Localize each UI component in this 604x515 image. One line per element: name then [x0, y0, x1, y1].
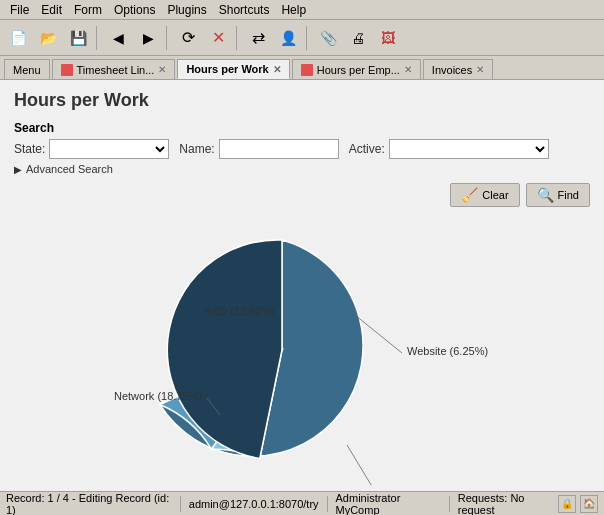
user-button[interactable]: 👤	[274, 24, 302, 52]
menu-shortcuts[interactable]: Shortcuts	[213, 1, 276, 19]
status-icons: 🔒 🏠	[558, 495, 598, 513]
tabs-bar: Menu Timesheet Lin... ✕ Hours per Work ✕…	[0, 56, 604, 80]
menu-edit[interactable]: Edit	[35, 1, 68, 19]
pie-chart: Website (6.25%) Network (18.75%) R&D (12…	[52, 215, 552, 485]
image-button[interactable]: 🖼	[374, 24, 402, 52]
status-icon-home[interactable]: 🏠	[580, 495, 598, 513]
advanced-search-label: Advanced Search	[26, 163, 113, 175]
label-network: Network (18.75%)	[114, 390, 202, 402]
save-button[interactable]: 💾	[64, 24, 92, 52]
status-record: Record: 1 / 4 - Editing Record (id: 1)	[6, 492, 172, 516]
tab-timesheet[interactable]: Timesheet Lin... ✕	[52, 59, 176, 79]
forward-button[interactable]: ▶	[134, 24, 162, 52]
toolbar: 📄 📂 💾 ◀ ▶ ⟳ ✕ ⇄ 👤 📎 🖨 🖼	[0, 20, 604, 56]
open-button[interactable]: 📂	[34, 24, 62, 52]
clear-icon: 🧹	[461, 187, 478, 203]
tab-timesheet-icon	[61, 64, 73, 76]
menubar: File Edit Form Options Plugins Shortcuts…	[0, 0, 604, 20]
toolbar-sep-1	[96, 26, 100, 50]
name-field-group: Name:	[179, 139, 338, 159]
cross-button[interactable]: ✕	[204, 24, 232, 52]
main-content: Hours per Work Search State: Name: Activ…	[0, 80, 604, 491]
status-divider-2	[327, 496, 328, 512]
status-icon-lock[interactable]: 🔒	[558, 495, 576, 513]
connect-button[interactable]: ⇄	[244, 24, 272, 52]
label-rd: R&D (12.50%)	[204, 305, 275, 317]
menu-help[interactable]: Help	[275, 1, 312, 19]
page-title: Hours per Work	[14, 90, 590, 111]
status-url: admin@127.0.0.1:8070/try	[189, 498, 319, 510]
label-website: Website (6.25%)	[407, 345, 488, 357]
button-row: 🧹 Clear 🔍 Find	[14, 183, 590, 207]
menu-form[interactable]: Form	[68, 1, 108, 19]
advanced-search[interactable]: ▶ Advanced Search	[14, 163, 590, 175]
clear-label: Clear	[482, 189, 508, 201]
state-select[interactable]	[49, 139, 169, 159]
name-input[interactable]	[219, 139, 339, 159]
toolbar-sep-2	[166, 26, 170, 50]
active-field-group: Active:	[349, 139, 549, 159]
menu-file[interactable]: File	[4, 1, 35, 19]
label-line-customer	[347, 445, 379, 485]
tab-hours-work-label: Hours per Work	[186, 63, 268, 75]
state-field-group: State:	[14, 139, 169, 159]
status-requests: Requests: No request	[458, 492, 558, 516]
tab-menu[interactable]: Menu	[4, 59, 50, 79]
search-label: Search	[14, 121, 590, 135]
find-icon: 🔍	[537, 187, 554, 203]
search-row: State: Name: Active:	[14, 139, 590, 159]
statusbar: Record: 1 / 4 - Editing Record (id: 1) a…	[0, 491, 604, 515]
back-button[interactable]: ◀	[104, 24, 132, 52]
status-divider-3	[449, 496, 450, 512]
tab-hours-work[interactable]: Hours per Work ✕	[177, 59, 289, 79]
tab-menu-label: Menu	[13, 64, 41, 76]
tab-invoices-close[interactable]: ✕	[476, 64, 484, 75]
print-button[interactable]: 🖨	[344, 24, 372, 52]
tab-hours-emp-icon	[301, 64, 313, 76]
find-button[interactable]: 🔍 Find	[526, 183, 590, 207]
menu-options[interactable]: Options	[108, 1, 161, 19]
tab-hours-emp-close[interactable]: ✕	[404, 64, 412, 75]
chart-container: Website (6.25%) Network (18.75%) R&D (12…	[14, 215, 590, 485]
tab-invoices[interactable]: Invoices ✕	[423, 59, 493, 79]
search-section: Search State: Name: Active: ▶ Advanced S	[14, 121, 590, 175]
name-label: Name:	[179, 142, 214, 156]
attach-button[interactable]: 📎	[314, 24, 342, 52]
new-button[interactable]: 📄	[4, 24, 32, 52]
advanced-arrow-icon: ▶	[14, 164, 22, 175]
state-label: State:	[14, 142, 45, 156]
tab-hours-emp[interactable]: Hours per Emp... ✕	[292, 59, 421, 79]
toolbar-sep-3	[236, 26, 240, 50]
tab-invoices-label: Invoices	[432, 64, 472, 76]
reload-button[interactable]: ⟳	[174, 24, 202, 52]
active-select[interactable]	[389, 139, 549, 159]
status-divider-1	[180, 496, 181, 512]
tab-timesheet-close[interactable]: ✕	[158, 64, 166, 75]
menu-plugins[interactable]: Plugins	[161, 1, 212, 19]
tab-hours-emp-label: Hours per Emp...	[317, 64, 400, 76]
toolbar-sep-4	[306, 26, 310, 50]
status-user: Administrator MyComp	[336, 492, 441, 516]
active-label: Active:	[349, 142, 385, 156]
find-label: Find	[558, 189, 579, 201]
tab-timesheet-label: Timesheet Lin...	[77, 64, 155, 76]
tab-hours-work-close[interactable]: ✕	[273, 64, 281, 75]
clear-button[interactable]: 🧹 Clear	[450, 183, 519, 207]
